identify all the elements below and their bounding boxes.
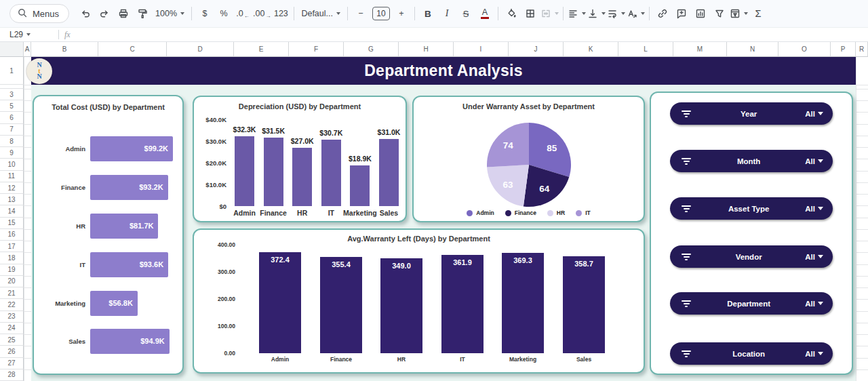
column-header[interactable]: C <box>98 42 167 57</box>
spreadsheet-grid[interactable]: 1356789101112131415161718192021222324252… <box>0 57 868 381</box>
row-header[interactable]: 17 <box>0 241 24 252</box>
row-header[interactable]: 15 <box>0 218 24 229</box>
row-header[interactable]: 8 <box>0 136 24 147</box>
column-header[interactable]: F <box>289 42 344 57</box>
row-header[interactable]: 14 <box>0 205 24 217</box>
slicer-month[interactable]: MonthAll <box>670 150 833 172</box>
y-axis-tick: 200.00 <box>194 296 235 302</box>
print-button[interactable] <box>115 5 132 22</box>
insert-chart-button[interactable] <box>692 5 709 22</box>
borders-button[interactable] <box>521 5 539 22</box>
row-header[interactable]: 21 <box>0 287 24 299</box>
decrease-font-size-button[interactable]: − <box>352 5 370 22</box>
font-family-select[interactable]: Defaul... <box>298 5 343 22</box>
percent-format-button[interactable]: % <box>215 5 233 22</box>
zoom-select[interactable]: 100% <box>153 5 187 22</box>
row-header[interactable]: 6 <box>0 112 24 123</box>
bold-button[interactable]: B <box>419 5 437 22</box>
row-header[interactable]: 13 <box>0 194 24 205</box>
row-header[interactable]: 10 <box>0 159 24 170</box>
column-header[interactable]: O <box>778 42 831 57</box>
increase-font-size-button[interactable]: + <box>393 5 410 22</box>
name-box[interactable]: L29 <box>0 30 53 39</box>
insert-comment-button[interactable] <box>673 5 690 22</box>
filter-icon <box>680 111 692 117</box>
currency-format-button[interactable]: $ <box>196 5 214 22</box>
row-header[interactable]: 28 <box>0 369 24 381</box>
row-header[interactable]: 3 <box>0 89 24 100</box>
row-header[interactable]: 22 <box>0 299 24 310</box>
fill-color-button[interactable] <box>502 5 520 22</box>
row-header[interactable]: 25 <box>0 334 24 346</box>
row-header[interactable]: 16 <box>0 229 24 241</box>
under-warranty-pie-card[interactable]: Under Warranty Asset by Department856463… <box>412 96 645 222</box>
column-header[interactable]: A <box>24 42 31 57</box>
row-header[interactable]: 19 <box>0 264 24 276</box>
slicer-vendor[interactable]: VendorAll <box>670 245 833 268</box>
italic-button[interactable]: I <box>438 5 456 22</box>
row-header[interactable]: 11 <box>0 171 24 182</box>
row-header[interactable]: 1 <box>0 57 24 85</box>
column-header[interactable]: M <box>673 42 727 57</box>
column-header[interactable]: H <box>399 42 454 57</box>
row-header[interactable]: 26 <box>0 346 24 357</box>
slicer-asset-type[interactable]: Asset TypeAll <box>670 197 833 220</box>
menus-button[interactable]: Menus <box>9 4 69 23</box>
column-header[interactable]: D <box>167 42 234 57</box>
toolbar-divider <box>294 7 294 20</box>
merge-cells-button[interactable] <box>540 5 559 22</box>
font-size-input[interactable]: 10 <box>371 5 391 22</box>
slicer-value: All <box>805 205 823 213</box>
column-header[interactable]: E <box>234 42 289 57</box>
row-header[interactable]: 5 <box>0 100 24 112</box>
bar <box>264 138 283 206</box>
vertical-align-button[interactable] <box>587 5 606 22</box>
column-header[interactable]: R <box>856 42 868 57</box>
slicer-year[interactable]: YearAll <box>670 102 833 125</box>
column-header[interactable]: N <box>727 42 778 57</box>
fx-icon[interactable]: fx <box>64 30 71 40</box>
text-wrap-button[interactable] <box>607 5 625 22</box>
increase-decimals-button[interactable]: .00→ <box>253 5 271 22</box>
row-header[interactable]: 23 <box>0 311 24 323</box>
filter-icon <box>680 300 692 307</box>
create-filter-button[interactable] <box>711 5 728 22</box>
total-cost-chart-card[interactable]: Total Cost (USD) by DepartmentAdmin$99.2… <box>33 95 184 375</box>
column-header[interactable]: K <box>564 42 618 57</box>
bar: 349.0 <box>380 258 422 353</box>
undo-button[interactable] <box>77 5 94 22</box>
row-header[interactable]: 9 <box>0 147 24 159</box>
logo-letter: N <box>37 74 41 80</box>
depreciation-chart-card[interactable]: Depreciation (USD) by Department$40.0K$3… <box>193 96 407 222</box>
strikethrough-button[interactable]: S <box>457 5 475 22</box>
row-header[interactable]: 24 <box>0 323 24 334</box>
column-header[interactable]: B <box>31 42 98 57</box>
text-rotation-button[interactable] <box>627 5 645 22</box>
row-header[interactable]: 18 <box>0 252 24 264</box>
paint-format-button[interactable] <box>134 5 151 22</box>
bar-value-label: $56.8K <box>108 299 132 307</box>
row-header[interactable]: 20 <box>0 276 24 287</box>
filter-views-button[interactable] <box>730 5 748 22</box>
redo-button[interactable] <box>96 5 113 22</box>
column-header[interactable]: J <box>509 42 564 57</box>
filter-icon <box>680 254 692 260</box>
decrease-decimals-button[interactable]: .0← <box>234 5 252 22</box>
number-format-button[interactable]: 123 <box>272 5 290 22</box>
slicer-location[interactable]: LocationAll <box>670 342 833 365</box>
text-color-button[interactable]: A <box>476 5 494 22</box>
slicer-department[interactable]: DepartmentAll <box>670 292 833 315</box>
avg-warranty-chart-card[interactable]: Avg.Warranty Left (Days) by Department40… <box>193 228 645 374</box>
column-header[interactable]: G <box>344 42 399 57</box>
row-header[interactable]: 7 <box>0 124 24 136</box>
horizontal-align-button[interactable] <box>568 5 586 22</box>
google-sheets-app: Menus100%$%.0←.00→123Defaul...−10+BISAΣ … <box>0 0 868 381</box>
select-all-corner[interactable] <box>0 42 24 57</box>
column-header[interactable]: P <box>831 42 856 57</box>
row-header[interactable]: 12 <box>0 182 24 194</box>
functions-button[interactable]: Σ <box>749 5 767 22</box>
column-header[interactable]: L <box>618 42 673 57</box>
column-header[interactable]: I <box>454 42 509 57</box>
insert-link-button[interactable] <box>654 5 671 22</box>
row-header[interactable]: 27 <box>0 358 24 369</box>
